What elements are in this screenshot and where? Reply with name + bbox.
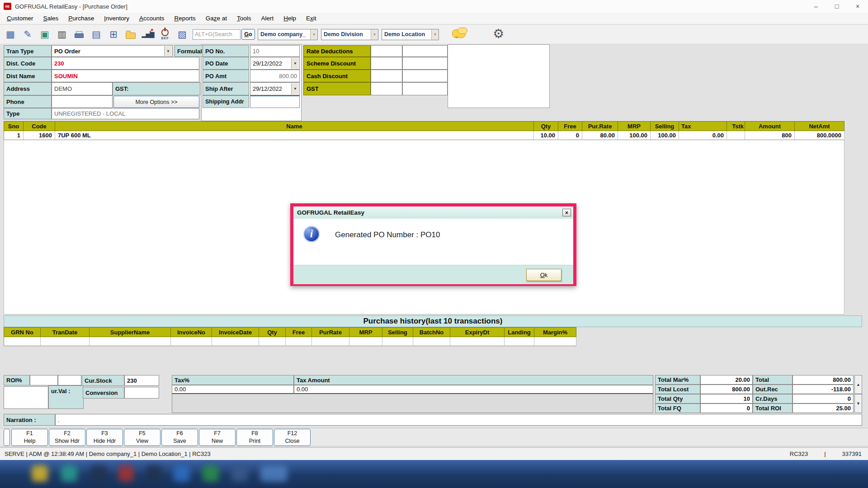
location-dropdown[interactable]: Demo Location▼	[382, 29, 439, 40]
menu-reports[interactable]: Reports	[169, 15, 200, 22]
f12-close-button[interactable]: F12Close	[274, 429, 311, 446]
scheme-discount-cell-2[interactable]	[402, 57, 448, 70]
total-roi-label: Total ROI	[753, 404, 793, 413]
dist-name-field[interactable]: SOUMIN	[52, 70, 199, 82]
menu-inventory[interactable]: Inventory	[99, 15, 134, 22]
item-row[interactable]: 1 1600 7UP 600 ML 10.00 0 80.00 100.00 1…	[4, 131, 844, 140]
address-field[interactable]: DEMO	[52, 82, 113, 95]
menu-alert[interactable]: Alert	[256, 15, 279, 22]
tax-amount-header: Tax Amount	[294, 375, 653, 385]
chat-bubble-icon[interactable]	[458, 28, 467, 34]
ship-after-picker[interactable]: 29/12/2022▼	[250, 82, 300, 95]
menu-purchase[interactable]: Purchase	[63, 15, 99, 22]
ok-button[interactable]: Ok	[526, 269, 561, 281]
cr-days-value: 0	[793, 394, 854, 404]
conversion-cell[interactable]	[124, 387, 159, 399]
shipping-addr-label: Shipping Addr	[203, 95, 249, 108]
po-no-field[interactable]: 10	[250, 45, 300, 57]
col-margin: Margin%	[534, 327, 576, 337]
folder-icon[interactable]	[124, 27, 137, 42]
total-mar-value: 20.00	[700, 375, 753, 385]
windows-taskbar[interactable]	[0, 460, 868, 488]
gear-icon[interactable]: ⚙	[493, 26, 504, 41]
invoice-icon[interactable]: ▤	[90, 27, 103, 42]
po-date-label: PO Date	[203, 57, 249, 70]
dialog-title: GOFRUGAL RetailEasy	[293, 206, 573, 219]
total-roi-value: 25.00	[793, 404, 854, 413]
tran-type-combo[interactable]: PO Order▼	[52, 45, 173, 57]
col-name: Name	[55, 121, 534, 131]
chevron-down-icon: ▼	[431, 29, 439, 40]
total-qty-label: Total Qty	[655, 394, 700, 404]
maximize-button[interactable]: □	[826, 0, 847, 13]
ledger-icon[interactable]: ▦	[4, 27, 17, 42]
scroll-up-icon[interactable]: ▲	[854, 375, 862, 394]
report-chart-icon[interactable]: ▧	[175, 27, 189, 42]
fkey-stub	[4, 429, 10, 446]
chevron-down-icon: ▼	[371, 29, 378, 40]
col-tax: Tax	[679, 121, 727, 131]
more-options-button[interactable]: More Options >>	[113, 96, 199, 108]
go-button[interactable]: Go	[241, 29, 255, 40]
cash-discount-cell-1[interactable]	[371, 70, 402, 82]
pur-val-box[interactable]	[4, 386, 48, 409]
chevron-down-icon[interactable]: ▼	[291, 83, 299, 94]
document-edit-icon[interactable]: ✎	[21, 27, 34, 42]
roi-cell-1[interactable]	[30, 375, 58, 385]
menu-gaze-at[interactable]: Gaze at	[201, 15, 232, 22]
f7-new-button[interactable]: F7New	[199, 429, 236, 446]
f6-save-button[interactable]: F6Save	[161, 429, 198, 446]
phone-label: Phone	[4, 95, 52, 108]
dist-code-label: Dist. Code	[4, 57, 52, 70]
chevron-down-icon[interactable]: ▼	[164, 46, 172, 56]
f5-view-button[interactable]: F5View	[124, 429, 160, 446]
close-button[interactable]: ×	[847, 0, 868, 13]
barcode-icon[interactable]: ▥	[55, 27, 69, 42]
menu-accounts[interactable]: Accounts	[134, 15, 170, 22]
growth-chart-icon[interactable]: ▂▅▇↗	[141, 27, 155, 42]
dist-code-field[interactable]: 230	[52, 57, 199, 70]
dialog-close-icon[interactable]: ×	[562, 209, 571, 216]
rate-deductions-cell-1[interactable]	[371, 45, 402, 57]
narration-field[interactable]: .	[55, 414, 862, 426]
f1-help-button[interactable]: F1Help	[11, 429, 48, 446]
po-amt-field: 800.00	[250, 70, 300, 82]
scheme-discount-cell-1[interactable]	[371, 57, 402, 70]
po-no-label: PO No.	[203, 45, 249, 57]
gst-cell-2[interactable]	[402, 82, 448, 95]
phone-field[interactable]	[52, 95, 113, 108]
window-title: GOFRUGAL RetailEasy - [Purchase Order]	[15, 3, 127, 10]
history-table-header: GRN No TranDate SupplierName InvoiceNo I…	[4, 327, 576, 337]
document-copy-icon[interactable]: ⊞	[107, 27, 120, 42]
menu-sales[interactable]: Sales	[38, 15, 64, 22]
chevron-down-icon[interactable]: ▼	[291, 58, 299, 69]
narration-label: Narration :	[4, 414, 55, 426]
rate-deductions-cell-2[interactable]	[402, 45, 448, 57]
app-logo-icon: RE	[4, 3, 11, 10]
f3-hide-hdr-button[interactable]: F3Hide Hdr	[86, 429, 123, 446]
menu-exit[interactable]: Exit	[301, 15, 321, 22]
cur-stock-value: 230	[124, 375, 159, 386]
f2-show-hdr-button[interactable]: F2Show Hdr	[49, 429, 85, 446]
minimize-button[interactable]: –	[806, 0, 826, 13]
roi-cell-2[interactable]	[58, 375, 81, 385]
menu-tools[interactable]: Tools	[232, 15, 256, 22]
division-dropdown[interactable]: Demo Division▼	[321, 29, 378, 40]
gst-label: GST:	[113, 82, 200, 95]
media-icon[interactable]: ▣	[38, 27, 52, 42]
menu-help[interactable]: Help	[278, 15, 301, 22]
gst-cell-1[interactable]	[371, 82, 402, 95]
shipping-addr-field[interactable]	[250, 95, 300, 108]
cash-discount-cell-2[interactable]	[402, 70, 448, 82]
exit-power-icon[interactable]: EXIT	[158, 27, 172, 42]
po-amt-label: PO Amt	[203, 70, 249, 82]
company-dropdown[interactable]: Demo company_▼	[258, 29, 318, 40]
f8-print-button[interactable]: F8Print	[236, 429, 273, 446]
global-search-input[interactable]	[193, 29, 241, 40]
menu-bar: Customer Sales Purchase Inventory Accoun…	[0, 13, 868, 24]
menu-customer[interactable]: Customer	[2, 15, 38, 22]
scroll-down-icon[interactable]: ▼	[854, 394, 862, 413]
printer-icon[interactable]	[72, 27, 86, 42]
po-date-picker[interactable]: 29/12/2022▼	[250, 57, 300, 70]
status-left-text: SERVE | ADM @ 12:38:49 AM | Demo company…	[5, 450, 211, 457]
